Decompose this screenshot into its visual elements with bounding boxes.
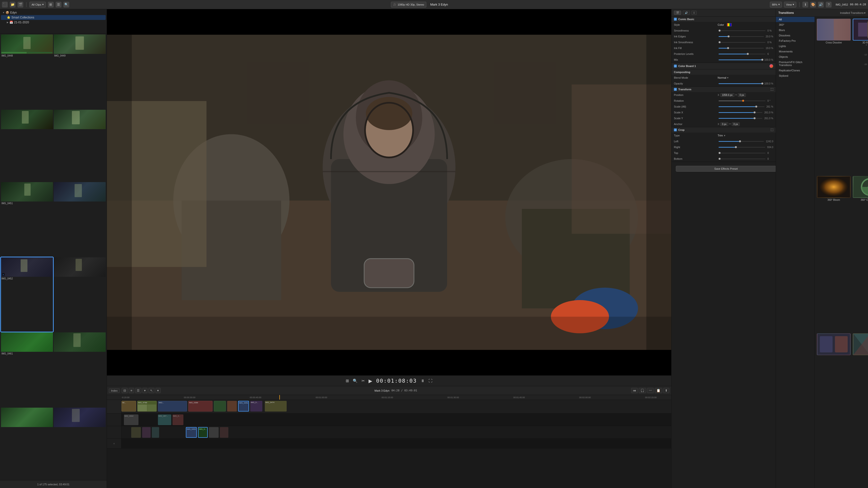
cat-all[interactable]: All bbox=[776, 17, 814, 22]
cat-lights[interactable]: Lights bbox=[776, 43, 814, 49]
style-color-swatch[interactable] bbox=[727, 23, 732, 27]
conn-clip-1[interactable]: IMG_1642 bbox=[124, 415, 138, 425]
clip-img0461[interactable]: IMG_0461 bbox=[1, 332, 53, 407]
color-board-header[interactable]: ✓ Color Board 1 bbox=[672, 63, 776, 69]
index-button[interactable]: Index bbox=[109, 388, 120, 393]
timeline-clip-purple[interactable]: IMG_0... bbox=[250, 401, 262, 412]
clip-img0450a[interactable] bbox=[1, 110, 53, 182]
clip-img0451[interactable]: IMG_0451 bbox=[1, 182, 53, 257]
cat-objects[interactable]: Objects bbox=[776, 54, 814, 60]
mix-slider[interactable] bbox=[719, 60, 762, 60]
clip-extra1[interactable] bbox=[1, 408, 53, 480]
audio-inspector-tab[interactable]: 🔊 bbox=[683, 11, 690, 15]
scale-x-slider[interactable] bbox=[719, 112, 762, 113]
clip-img0461b[interactable] bbox=[54, 332, 106, 407]
pos-x-value[interactable]: 1058.6 px bbox=[720, 93, 734, 97]
inspector-icon[interactable]: ℹ bbox=[802, 2, 808, 7]
all-clips-dropdown[interactable]: All Clips ▾ bbox=[29, 2, 46, 7]
color-icon[interactable]: 🎨 bbox=[810, 2, 816, 7]
broll-clip-2[interactable] bbox=[142, 427, 151, 438]
crop-top-slider[interactable] bbox=[719, 153, 766, 154]
audio-btn[interactable]: 🎧 bbox=[639, 388, 646, 393]
compositing-header[interactable]: Compositing bbox=[672, 69, 776, 75]
transform-expand-icon[interactable]: ⛶ bbox=[771, 88, 773, 91]
crop-bottom-slider[interactable] bbox=[719, 159, 766, 159]
broll-content[interactable]: IMG_0452 IMG_0... bbox=[121, 426, 671, 438]
help-icon[interactable]: ? bbox=[826, 2, 832, 7]
cat-fxfactory[interactable]: FxFactory Pro bbox=[776, 38, 814, 43]
timeline-clip-red1[interactable]: IMG_0386 bbox=[188, 401, 213, 412]
anchor-x-value[interactable]: 0 px bbox=[720, 122, 728, 126]
comic-basic-checkbox[interactable]: ✓ bbox=[674, 18, 677, 21]
clip-height-btn[interactable]: ≡ bbox=[129, 388, 134, 393]
ink-edges-slider[interactable] bbox=[719, 36, 764, 37]
broll-clip-4[interactable] bbox=[209, 427, 219, 438]
fullscreen-button[interactable]: ⛶ bbox=[429, 379, 432, 383]
video-inspector-tab[interactable]: 🎬 bbox=[674, 11, 681, 15]
cat-dissolves[interactable]: Dissolves bbox=[776, 33, 814, 38]
clip-img0448[interactable]: IMG_0448 bbox=[1, 34, 53, 109]
broll-clip-0-selected[interactable]: IMG_0... bbox=[198, 427, 208, 438]
audio-icon[interactable]: 🔊 bbox=[818, 2, 824, 7]
cat-movements[interactable]: Movements bbox=[776, 49, 814, 54]
timeline-clip-9788[interactable]: IMG_9788 bbox=[137, 401, 157, 412]
cat-replicator[interactable]: Replicator/Clones bbox=[776, 68, 814, 73]
grid-view-icon[interactable]: ⊞ bbox=[48, 2, 54, 7]
resolution-dropdown[interactable]: 🎥 1080p HD 30p, Stereo bbox=[391, 2, 426, 7]
clip-extra2[interactable] bbox=[54, 408, 106, 480]
tool-dropdown-btn[interactable]: ▾ bbox=[155, 388, 161, 393]
zoom-dropdown[interactable]: 88% ▾ bbox=[770, 2, 782, 7]
posterize-slider[interactable] bbox=[719, 54, 766, 54]
viewer[interactable] bbox=[107, 9, 671, 376]
color-board-indicator[interactable] bbox=[769, 64, 773, 68]
app-icon[interactable]: ⬛ bbox=[2, 2, 8, 7]
conn-clip-red[interactable]: IMG_2... bbox=[173, 415, 183, 425]
timeline-clip-or1[interactable] bbox=[227, 401, 237, 412]
color-board-checkbox[interactable]: ✓ bbox=[674, 65, 677, 67]
timeline-clip-green1[interactable] bbox=[214, 401, 226, 412]
dropdown-btn[interactable]: ▾ bbox=[142, 388, 148, 393]
opacity-slider[interactable] bbox=[719, 83, 762, 84]
back-btn[interactable]: ⏮ bbox=[631, 388, 638, 393]
clip-img0451b[interactable] bbox=[54, 182, 106, 257]
tree-item-edyn[interactable]: ▼ 📦 Edyn bbox=[1, 10, 106, 15]
info-inspector-tab[interactable]: ℹ bbox=[691, 11, 697, 15]
play-button[interactable]: ▶ bbox=[369, 378, 372, 384]
viewer-layout-btn[interactable]: ⊞ bbox=[346, 379, 349, 383]
viewer-transform-btn[interactable]: ✂ bbox=[362, 379, 365, 383]
tree-item-21-01-2020[interactable]: ▶ 📅 21-01-2020 bbox=[1, 20, 106, 25]
trans-item-5[interactable] bbox=[817, 333, 851, 486]
ink-smoothness-slider[interactable] bbox=[719, 42, 766, 43]
crop-checkbox[interactable]: ✓ bbox=[674, 128, 677, 131]
conn-clip-2[interactable]: IMG_287... bbox=[158, 415, 171, 425]
save-effects-button[interactable]: Save Effects Preset bbox=[676, 166, 776, 172]
playhead[interactable] bbox=[279, 395, 280, 400]
timeline-clip-0452-selected[interactable]: IMG_0452 bbox=[238, 401, 249, 412]
search-icon[interactable]: 🔍 bbox=[63, 2, 69, 7]
ink-fill-slider[interactable] bbox=[719, 48, 764, 48]
select-tool-btn[interactable]: ↖ bbox=[149, 388, 155, 393]
timeline-clip-wide[interactable]: IMG_0474 bbox=[265, 401, 287, 412]
clip-btn[interactable]: 📋 bbox=[655, 388, 662, 393]
clip-img0449[interactable]: IMG_0449 bbox=[54, 34, 106, 109]
broll-clip-0452[interactable]: IMG_0452 bbox=[186, 427, 197, 438]
tree-item-smart-collections[interactable]: ⭐ Smart Collections bbox=[1, 15, 106, 20]
pause-button[interactable]: ⏸ bbox=[421, 379, 425, 383]
cat-stylized[interactable]: Stylized bbox=[776, 73, 814, 78]
comic-basic-header[interactable]: ✓ Comic Basic bbox=[672, 17, 776, 22]
broll-clip-5[interactable] bbox=[220, 427, 228, 438]
cat-360[interactable]: 360° bbox=[776, 22, 814, 27]
installed-transitions-dropdown[interactable]: Installed Transitions ▾ bbox=[840, 11, 866, 14]
transform-header[interactable]: ✓ Transform ⛶ bbox=[672, 87, 776, 92]
export-btn[interactable]: ⬆ bbox=[663, 388, 669, 393]
crop-left-slider[interactable] bbox=[719, 141, 764, 142]
tracks-container[interactable]: IM... IMG_9788 IMG... bbox=[107, 400, 671, 448]
crop-header[interactable]: ✓ Crop ⛶ bbox=[672, 127, 776, 133]
trans-item-360-circle-wipe[interactable]: 360° Circle Wipe bbox=[853, 176, 868, 331]
library-icon[interactable]: 📁 bbox=[10, 2, 16, 7]
viewer-zoom-btn[interactable]: 🔍 bbox=[353, 379, 358, 383]
clip-img0450b[interactable] bbox=[54, 110, 106, 182]
main-track-content[interactable]: IM... IMG_9788 IMG... bbox=[121, 400, 671, 413]
clip-appearance-btn[interactable]: ⊟ bbox=[122, 388, 128, 393]
wave-btn[interactable]: 〰 bbox=[647, 388, 654, 393]
